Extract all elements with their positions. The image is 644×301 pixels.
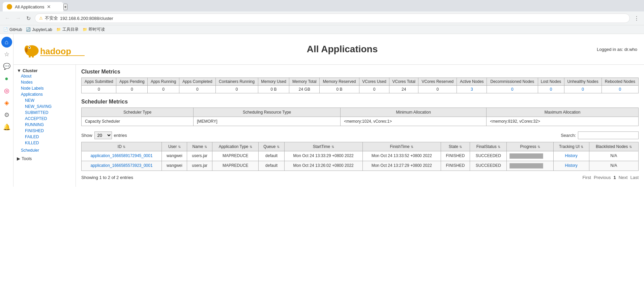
metric-decommissioned-nodes[interactable]: 0 bbox=[487, 86, 538, 93]
hadoop-content: hadoop All Applications Logged in as: dr… bbox=[13, 34, 644, 187]
svg-point-4 bbox=[29, 47, 30, 49]
sidebar-settings-icon[interactable]: ⚙ bbox=[1, 110, 12, 120]
cluster-label: Cluster bbox=[23, 68, 38, 73]
col-state[interactable]: State ⇅ bbox=[441, 142, 470, 151]
metric-active-nodes[interactable]: 3 bbox=[457, 86, 487, 93]
reload-button[interactable]: ↻ bbox=[25, 14, 32, 23]
cell-user: wangwei bbox=[162, 161, 187, 171]
entries-select[interactable]: 10 20 50 100 bbox=[94, 131, 112, 139]
bookmark-tools[interactable]: 📁 工具目录 bbox=[56, 27, 79, 32]
back-button[interactable]: ← bbox=[3, 14, 11, 23]
pagination-1[interactable]: 1 bbox=[613, 175, 616, 180]
nav-failed[interactable]: FAILED bbox=[17, 134, 72, 140]
col-finish-time[interactable]: FinishTime ⇅ bbox=[362, 142, 441, 151]
cell-tracking-ui[interactable]: History bbox=[553, 161, 589, 171]
pagination-next[interactable]: Next bbox=[619, 175, 628, 180]
col-progress[interactable]: Progress ⇅ bbox=[507, 142, 553, 151]
tools-section-title[interactable]: ▶ Tools bbox=[17, 156, 72, 161]
metric-header-vcores-used: VCores Used bbox=[359, 78, 389, 86]
svg-point-2 bbox=[25, 48, 28, 53]
cell-name: users.jar bbox=[187, 161, 212, 171]
pagination-first[interactable]: First bbox=[583, 175, 591, 180]
col-tracking-ui[interactable]: Tracking UI ⇅ bbox=[553, 142, 589, 151]
cluster-section: ▼ Cluster About Nodes Node Labels Applic… bbox=[17, 68, 72, 153]
col-name[interactable]: Name ⇅ bbox=[187, 142, 212, 151]
bookmarks-bar: 📄 GitHub 🔄 JupyterLab 📁 工具目录 📁 即时可读 bbox=[0, 25, 644, 34]
progress-bar-fill bbox=[510, 154, 543, 158]
cell-queue: default bbox=[259, 151, 284, 161]
progress-bar-container bbox=[509, 163, 543, 169]
nav-about[interactable]: About bbox=[17, 73, 72, 79]
pagination-last[interactable]: Last bbox=[630, 175, 639, 180]
metric-unhealthy-nodes[interactable]: 0 bbox=[564, 86, 602, 93]
col-user[interactable]: User ⇅ bbox=[162, 142, 187, 151]
sidebar-whatsapp-icon[interactable]: ● bbox=[1, 73, 12, 84]
cell-tracking-ui[interactable]: History bbox=[553, 151, 589, 161]
metric-lost-nodes[interactable]: 0 bbox=[538, 86, 564, 93]
url-display[interactable]: 192.168.6.200:8088/cluster bbox=[60, 16, 625, 21]
nav-killed[interactable]: KILLED bbox=[17, 140, 72, 146]
tab-bar: All Applications ✕ + bbox=[0, 0, 644, 11]
nav-finished[interactable]: FINISHED bbox=[17, 128, 72, 134]
nav-running[interactable]: RUNNING bbox=[17, 122, 72, 128]
cluster-section-title[interactable]: ▼ Cluster bbox=[17, 68, 72, 73]
cell-name: users.jar bbox=[187, 151, 212, 161]
metric-memory-used: 0 B bbox=[258, 86, 289, 93]
hadoop-nav: ▼ Cluster About Nodes Node Labels Applic… bbox=[13, 65, 76, 187]
cell-progress bbox=[507, 151, 553, 161]
pagination-prev[interactable]: Previous bbox=[594, 175, 611, 180]
metric-header-rebooted-nodes: Rebooted Nodes bbox=[602, 78, 638, 86]
new-tab-button[interactable]: + bbox=[63, 4, 67, 10]
extensions-button[interactable]: ⋮ bbox=[633, 14, 641, 23]
address-bar[interactable]: ⚠ 不安全 192.168.6.200:8088/cluster bbox=[35, 13, 630, 23]
col-app-type[interactable]: Application Type ⇅ bbox=[212, 142, 259, 151]
nav-node-labels[interactable]: Node Labels bbox=[17, 85, 72, 91]
cell-id[interactable]: application_1666589172945_0001 bbox=[82, 151, 162, 161]
page-wrapper: ⌂ ☆ 💬 ● ◎ ◈ ⚙ 🔔 hadoop bbox=[0, 34, 644, 187]
nav-new-saving[interactable]: NEW_SAVING bbox=[17, 103, 72, 110]
col-blacklisted-nodes[interactable]: Blacklisted Nodes ⇅ bbox=[589, 142, 639, 151]
col-id[interactable]: ID ⇅ bbox=[82, 142, 162, 151]
forward-button[interactable]: → bbox=[14, 14, 22, 23]
bookmark-github[interactable]: 📄 GitHub bbox=[3, 27, 22, 32]
metric-apps-pending: 0 bbox=[116, 86, 148, 93]
nav-applications[interactable]: Applications bbox=[17, 91, 72, 97]
metric-header-active-nodes: Active Nodes bbox=[457, 78, 487, 86]
col-final-status[interactable]: FinalStatus ⇅ bbox=[470, 142, 507, 151]
bookmark-jupyterlab[interactable]: 🔄 JupyterLab bbox=[26, 27, 52, 32]
nav-submitted[interactable]: SUBMITTED bbox=[17, 110, 72, 116]
table-row: application_1666589172945_0001 wangwei u… bbox=[82, 151, 639, 161]
cell-id[interactable]: application_1666585573923_0001 bbox=[82, 161, 162, 171]
cluster-arrow-icon: ▼ bbox=[17, 68, 21, 73]
tab-close-button[interactable]: ✕ bbox=[47, 4, 51, 9]
show-label: Show bbox=[81, 133, 92, 138]
sched-header-type: Scheduler Type bbox=[82, 108, 194, 117]
show-entries: Show 10 20 50 100 entries bbox=[81, 131, 127, 139]
bookmark-read[interactable]: 📁 即时可读 bbox=[83, 27, 105, 32]
bookmark-label: GitHub bbox=[9, 27, 22, 32]
cell-blacklisted-nodes: N/A bbox=[589, 151, 639, 161]
nav-new[interactable]: NEW bbox=[17, 97, 72, 103]
metric-apps-running: 0 bbox=[148, 86, 179, 93]
nav-nodes[interactable]: Nodes bbox=[17, 79, 72, 85]
metric-header-decommissioned-nodes: Decommissioned Nodes bbox=[487, 78, 538, 86]
sidebar-messenger-icon[interactable]: 💬 bbox=[1, 61, 12, 72]
sidebar-map-icon[interactable]: ◈ bbox=[1, 97, 12, 108]
sched-min-alloc: <memory:1024, vCores:1> bbox=[341, 117, 487, 126]
search-input[interactable] bbox=[578, 131, 639, 139]
sidebar-home-icon[interactable]: ⌂ bbox=[1, 37, 12, 48]
cell-state: FINISHED bbox=[441, 161, 470, 171]
sched-header-min-alloc: Minimum Allocation bbox=[341, 108, 487, 117]
hadoop-header: hadoop All Applications Logged in as: dr… bbox=[13, 34, 644, 65]
nav-scheduler[interactable]: Scheduler bbox=[17, 147, 72, 153]
sidebar-instagram-icon[interactable]: ◎ bbox=[1, 85, 12, 96]
active-tab[interactable]: All Applications ✕ bbox=[3, 2, 63, 11]
nav-accepted[interactable]: ACCEPTED bbox=[17, 116, 72, 122]
col-queue[interactable]: Queue ⇅ bbox=[259, 142, 284, 151]
col-start-time[interactable]: StartTime ⇅ bbox=[284, 142, 362, 151]
metric-memory-reserved: 0 B bbox=[320, 86, 359, 93]
sidebar-star-icon[interactable]: ☆ bbox=[1, 49, 12, 60]
cell-blacklisted-nodes: N/A bbox=[589, 161, 639, 171]
sidebar-notification-icon[interactable]: 🔔 bbox=[1, 122, 12, 132]
metric-rebooted-nodes[interactable]: 0 bbox=[602, 86, 638, 93]
